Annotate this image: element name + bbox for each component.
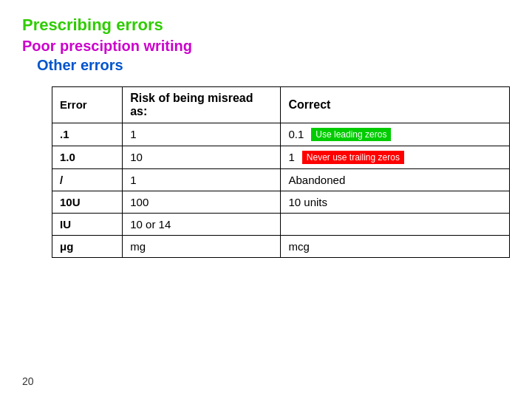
cell-risk: 10 or 14 [123,213,281,235]
cell-error: IU [52,213,123,235]
table-row: .110.1Use leading zeros [52,123,510,146]
errors-table: Error Risk of being misread as: Correct … [52,86,510,258]
correct-note: Use leading zeros [311,128,391,141]
cell-risk: 1 [123,123,281,146]
header-error: Error [52,86,123,123]
cell-error: 1.0 [52,146,123,168]
table-row: 10U10010 units [52,191,510,213]
title-line1: Prescribing errors [22,15,510,36]
cell-error: μg [52,235,123,257]
correct-value: 1 [288,151,294,163]
cell-error: .1 [52,123,123,146]
cell-correct: 1Never use trailing zeros [281,146,510,168]
table-header-row: Error Risk of being misread as: Correct [52,86,510,123]
correct-note: Never use trailing zeros [302,151,404,164]
cell-risk: 10 [123,146,281,168]
cell-risk: 1 [123,168,281,191]
table-row: /1Abandoned [52,168,510,191]
cell-correct: mcg [281,235,510,257]
cell-correct: 10 units [281,191,510,213]
page-container: Prescribing errors Poor presciption writ… [0,0,532,273]
title-line2: Poor presciption writing [22,36,510,55]
cell-risk: 100 [123,191,281,213]
cell-correct: Abandoned [281,168,510,191]
cell-error: / [52,168,123,191]
cell-risk: mg [123,235,281,257]
table-row: 1.0101Never use trailing zeros [52,146,510,168]
correct-value: 0.1 [288,128,304,140]
cell-correct: 0.1Use leading zeros [281,123,510,146]
header-risk: Risk of being misread as: [123,86,281,123]
table-row: IU10 or 14 [52,213,510,235]
table-row: μgmgmcg [52,235,510,257]
title-line3: Other errors [37,55,510,75]
cell-error: 10U [52,191,123,213]
header-correct: Correct [281,86,510,123]
cell-correct [281,213,510,235]
page-number: 20 [22,375,34,387]
